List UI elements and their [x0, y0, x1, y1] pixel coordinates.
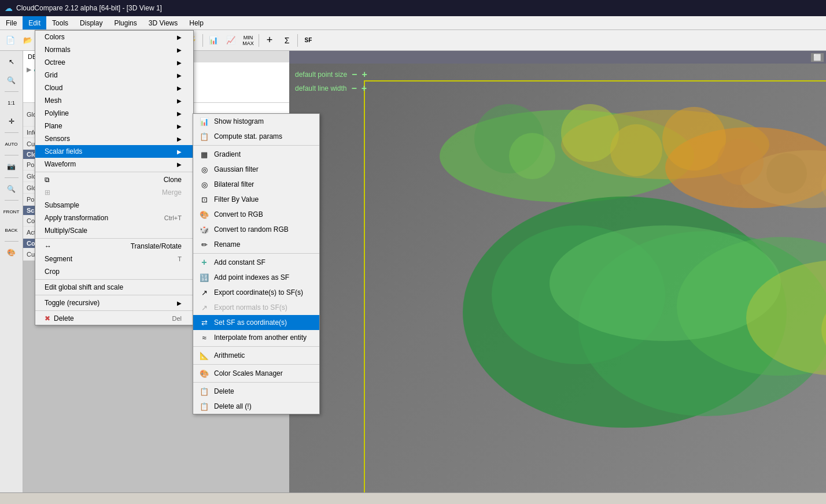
- menu-edit-global-shift[interactable]: Edit global shift and scale: [35, 281, 193, 294]
- tool-color-wheel[interactable]: 🎨: [3, 244, 20, 261]
- menu-mesh[interactable]: Mesh ▶: [35, 94, 193, 107]
- sm-arithmetic[interactable]: 📐 Arithmetic: [193, 348, 319, 363]
- sm-convert-random-rgb[interactable]: 🎲 Convert to random RGB: [193, 222, 319, 237]
- menu-file[interactable]: File: [0, 16, 23, 29]
- sm-export-coords[interactable]: ↗ Export coordinate(s) to SF(s): [193, 285, 319, 300]
- menu-scalar-fields[interactable]: Scalar fields ▶: [35, 145, 193, 158]
- sm-rename[interactable]: ✏ Rename: [193, 237, 319, 252]
- menu-waveform[interactable]: Waveform ▶: [35, 158, 193, 171]
- polyline-label: Polyline: [45, 109, 69, 117]
- menu-3dviews[interactable]: 3D Views: [143, 16, 183, 29]
- sm-add-constant-sf[interactable]: + Add constant SF: [193, 255, 319, 270]
- normals-label: Normals: [45, 46, 71, 54]
- menu-apply-transform[interactable]: Apply transformation Ctrl+T: [35, 212, 193, 224]
- sm-gaussian-filter[interactable]: ◎ Gaussian filter: [193, 162, 319, 177]
- 3d-view-content[interactable]: default point size − + default line widt…: [289, 64, 826, 504]
- line-width-decrease[interactable]: −: [351, 83, 356, 94]
- menu-cloud[interactable]: Cloud ▶: [35, 81, 193, 94]
- tool-sep-2: [5, 132, 19, 133]
- sensors-label: Sensors: [45, 135, 70, 143]
- sm-show-histogram[interactable]: 📊 Show histogram: [193, 114, 319, 129]
- tb-sf[interactable]: SF: [300, 32, 316, 49]
- menu-crop[interactable]: Crop: [35, 265, 193, 278]
- tool-pointer[interactable]: ↖: [3, 53, 20, 71]
- octree-label: Octree: [45, 58, 65, 66]
- interpolate-icon: ≈: [199, 332, 209, 343]
- menu-multiply-scale[interactable]: Multiply/Scale: [35, 224, 193, 237]
- apply-transform-label: Apply transformation: [45, 214, 108, 222]
- 3d-view-header: ⬜: [289, 51, 826, 64]
- clone-label: Clone: [164, 176, 182, 184]
- sm-convert-rgb[interactable]: 🎨 Convert to RGB: [193, 207, 319, 222]
- menu-sensors[interactable]: Sensors ▶: [35, 132, 193, 145]
- point-size-decrease[interactable]: −: [352, 69, 357, 80]
- tb-sigma[interactable]: Σ: [279, 32, 295, 49]
- menu-colors[interactable]: Colors ▶: [35, 31, 193, 43]
- sm-delete-all[interactable]: 📋 Delete all (!): [193, 399, 319, 414]
- tb-graph[interactable]: 📈: [223, 32, 239, 49]
- segment-label: Segment: [45, 255, 72, 263]
- export-coords-icon: ↗: [199, 287, 209, 298]
- tool-pan[interactable]: ✛: [3, 113, 20, 130]
- sm-interpolate[interactable]: ≈ Interpolate from another entity: [193, 330, 319, 345]
- menu-tools[interactable]: Tools: [46, 16, 74, 29]
- menu-polyline[interactable]: Polyline ▶: [35, 107, 193, 120]
- normals-arrow: ▶: [177, 47, 182, 53]
- sm-bilateral-filter[interactable]: ◎ Bilateral filter: [193, 177, 319, 192]
- tool-auto[interactable]: AUTO: [3, 135, 20, 153]
- tool-front[interactable]: FRONT: [3, 203, 20, 220]
- rename-icon: ✏: [199, 239, 209, 250]
- tb-sep-4: [259, 34, 259, 47]
- tool-search[interactable]: 🔍: [3, 180, 20, 198]
- tool-back[interactable]: BACK: [3, 221, 20, 239]
- sm-sep-1: [193, 145, 319, 146]
- menu-octree[interactable]: Octree ▶: [35, 56, 193, 69]
- point-size-increase[interactable]: +: [362, 69, 367, 80]
- sm-add-point-indexes[interactable]: 🔢 Add point indexes as SF: [193, 270, 319, 285]
- tool-sep-3: [5, 155, 19, 155]
- menu-segment[interactable]: Segment T: [35, 253, 193, 265]
- sm-compute-stat[interactable]: 📋 Compute stat. params: [193, 129, 319, 144]
- clone-icon: ⧉: [45, 176, 50, 184]
- sm-delete[interactable]: 📋 Delete: [193, 384, 319, 399]
- show-histogram-label: Show histogram: [214, 117, 264, 125]
- line-width-increase[interactable]: +: [362, 83, 367, 94]
- menu-toggle-recursive[interactable]: Toggle (recursive) ▶: [35, 297, 193, 309]
- tool-zoom[interactable]: 🔍: [3, 72, 20, 89]
- menu-clone[interactable]: ⧉ Clone: [35, 173, 193, 186]
- sm-filter-by-value[interactable]: ⊡ Filter By Value: [193, 192, 319, 207]
- menu-grid[interactable]: Grid ▶: [35, 69, 193, 81]
- polyline-arrow: ▶: [177, 110, 182, 117]
- menu-help[interactable]: Help: [183, 16, 209, 29]
- tb-open[interactable]: 📂: [20, 32, 36, 49]
- menu-edit[interactable]: Edit: [23, 16, 46, 29]
- tool-camera[interactable]: 📷: [3, 158, 20, 175]
- menu-display[interactable]: Display: [74, 16, 108, 29]
- sm-color-scales-manager[interactable]: 🎨 Color Scales Manager: [193, 366, 319, 381]
- tb-new[interactable]: 📄: [2, 32, 19, 49]
- tb-plus[interactable]: +: [261, 32, 278, 49]
- tb-minmax[interactable]: MIN MAX: [240, 32, 256, 49]
- menu-plugins[interactable]: Plugins: [108, 16, 142, 29]
- sm-delete-all-icon: 📋: [199, 401, 209, 412]
- menu-translate-rotate[interactable]: ↔ Translate/Rotate: [35, 240, 193, 253]
- dd-sep-2: [35, 238, 193, 239]
- menu-plane[interactable]: Plane ▶: [35, 120, 193, 132]
- sm-gradient[interactable]: ▦ Gradient: [193, 147, 319, 162]
- set-sf-as-coords-label: Set SF as coordinate(s): [214, 318, 287, 327]
- filter-icon: ⊡: [199, 194, 209, 205]
- sm-set-sf-as-coords[interactable]: ⇄ Set SF as coordinate(s): [193, 315, 319, 330]
- 3d-view-maximize[interactable]: ⬜: [811, 53, 824, 62]
- gaussian-filter-label: Gaussian filter: [214, 165, 259, 173]
- window-title: CloudCompare 2.12 alpha [64-bit] - [3D V…: [16, 4, 162, 12]
- sm-delete-label: Delete: [214, 387, 234, 395]
- tb-chart[interactable]: 📊: [205, 32, 222, 49]
- tool-1to1[interactable]: 1:1: [3, 94, 20, 112]
- 3d-view[interactable]: ⬜: [289, 51, 826, 504]
- gradient-icon: ▦: [199, 149, 209, 160]
- menu-normals[interactable]: Normals ▶: [35, 43, 193, 56]
- line-width-control-label: default line width: [295, 84, 346, 92]
- upper-cluster: [440, 104, 826, 208]
- menu-delete[interactable]: ✖ Delete Del: [35, 312, 193, 325]
- menu-subsample[interactable]: Subsample: [35, 199, 193, 212]
